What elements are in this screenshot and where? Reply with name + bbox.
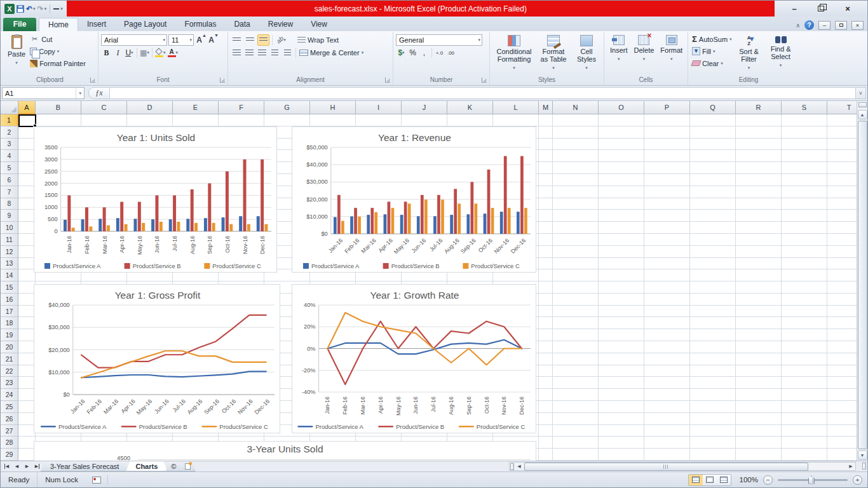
save-button[interactable] <box>17 5 24 13</box>
align-bottom-button[interactable] <box>257 34 269 46</box>
redo-button[interactable]: ↷▾ <box>37 4 47 13</box>
dialog-launcher[interactable] <box>385 78 390 83</box>
undo-button[interactable]: ↶▾ <box>26 4 36 13</box>
column-header-M[interactable]: M <box>539 101 553 114</box>
horizontal-scroll-track[interactable] <box>524 463 846 471</box>
tab-review[interactable]: Review <box>259 18 302 31</box>
chart-year-1-growth-rate[interactable]: Year 1: Growth Rate-40%-20%0%20%40%Jan-1… <box>292 284 536 433</box>
formula-bar-expand-button[interactable]: ∨ <box>856 87 866 99</box>
decrease-indent-button[interactable] <box>269 47 281 58</box>
row-header-1[interactable]: 1 <box>1 114 18 126</box>
format-painter-button[interactable]: Format Painter <box>29 57 87 69</box>
column-header-K[interactable]: K <box>447 101 493 114</box>
number-format-select[interactable]: General▾ <box>396 34 482 46</box>
column-header-P[interactable]: P <box>644 101 690 114</box>
column-header-G[interactable]: G <box>264 101 310 114</box>
align-middle-button[interactable] <box>244 34 256 46</box>
tab-home[interactable]: Home <box>39 18 78 31</box>
accounting-format-button[interactable]: $▾ <box>396 48 407 58</box>
fill-button[interactable]: ▼Fill▾ <box>691 45 733 57</box>
macro-record-icon[interactable] <box>92 477 101 484</box>
increase-decimal-button[interactable]: +.0 <box>434 48 445 58</box>
decrease-decimal-button[interactable]: .00 <box>445 48 456 58</box>
orientation-button[interactable]: ab▾ <box>275 34 287 46</box>
zoom-out-button[interactable]: − <box>763 475 773 485</box>
scroll-down-button[interactable]: ▼ <box>858 451 867 460</box>
row-header-21[interactable]: 21 <box>1 353 18 365</box>
row-header-2[interactable]: 2 <box>1 126 18 139</box>
column-header-D[interactable]: D <box>127 101 173 114</box>
sheet-tab-charts[interactable]: Charts <box>126 461 167 471</box>
dialog-launcher[interactable] <box>220 78 225 83</box>
minimize-button[interactable]: – <box>783 4 805 13</box>
sheet-tab-[interactable]: © <box>165 461 182 471</box>
dialog-launcher[interactable] <box>90 78 95 83</box>
row-header-24[interactable]: 24 <box>1 389 18 401</box>
row-header-22[interactable]: 22 <box>1 365 18 377</box>
clear-button[interactable]: Clear▾ <box>691 57 733 69</box>
row-header-14[interactable]: 14 <box>1 269 18 281</box>
cut-button[interactable]: ✂Cut <box>29 33 87 45</box>
row-header-20[interactable]: 20 <box>1 341 18 353</box>
column-header-S[interactable]: S <box>782 101 827 114</box>
next-sheet-button[interactable]: ▶ <box>22 463 32 471</box>
percent-style-button[interactable]: % <box>407 48 418 58</box>
selected-cell-A1[interactable] <box>18 114 36 127</box>
tab-view[interactable]: View <box>302 18 336 31</box>
column-header-C[interactable]: C <box>81 101 127 114</box>
zoom-level[interactable]: 100% <box>736 476 758 484</box>
column-header-F[interactable]: F <box>219 101 264 114</box>
font-family-select[interactable]: Arial▾ <box>101 34 167 46</box>
column-header-L[interactable]: L <box>493 101 539 114</box>
column-header-H[interactable]: H <box>310 101 356 114</box>
row-header-29[interactable]: 29 <box>1 449 18 461</box>
tab-file[interactable]: File <box>3 18 36 31</box>
scroll-up-button[interactable]: ▲ <box>858 110 867 119</box>
row-header-16[interactable]: 16 <box>1 294 18 306</box>
close-button[interactable]: × <box>837 4 858 13</box>
scroll-left-button[interactable]: ◀ <box>515 463 524 471</box>
row-header-19[interactable]: 19 <box>1 329 18 341</box>
workbook-restore-button[interactable] <box>835 21 847 30</box>
scroll-right-button[interactable]: ▶ <box>846 463 855 471</box>
page-layout-view-button[interactable] <box>703 475 717 485</box>
chart-year-1-units-sold[interactable]: Year 1: Units Sold0500100015002000250030… <box>34 126 277 273</box>
underline-button[interactable]: U▾ <box>124 48 135 58</box>
row-header-9[interactable]: 9 <box>1 210 18 222</box>
row-header-17[interactable]: 17 <box>1 306 18 318</box>
shrink-font-button[interactable]: A▼ <box>207 34 218 45</box>
tab-page-layout[interactable]: Page Layout <box>115 18 175 31</box>
increase-indent-button[interactable] <box>281 47 294 58</box>
bold-button[interactable]: B <box>101 48 112 58</box>
worksheet-grid[interactable]: ▲ ▼ ABCDEFGHIJKLMNOPQRST1234567891011121… <box>1 101 867 461</box>
format-cells-button[interactable]: Format▾ <box>657 33 686 65</box>
row-header-13[interactable]: 13 <box>1 258 18 270</box>
row-header-12[interactable]: 12 <box>1 246 18 258</box>
name-box-dropdown[interactable]: ▾ <box>76 88 81 98</box>
name-box[interactable]: A1▾ <box>2 87 85 99</box>
row-header-23[interactable]: 23 <box>1 377 18 389</box>
restore-button[interactable] <box>810 4 832 13</box>
fill-color-button[interactable]: ▾ <box>154 48 166 58</box>
chart-year-1-gross-profit[interactable]: Year 1: Gross Profit$0$10,000$20,000$30,… <box>34 284 280 433</box>
align-top-button[interactable] <box>231 34 243 46</box>
insert-function-button[interactable]: ƒx <box>88 87 110 99</box>
zoom-in-button[interactable]: + <box>853 475 862 485</box>
select-all-button[interactable] <box>1 101 18 114</box>
vertical-scrollbar[interactable]: ▲ ▼ <box>857 101 867 461</box>
help-button[interactable]: ? <box>804 20 814 30</box>
last-sheet-button[interactable]: ▶ <box>32 463 42 471</box>
column-header-O[interactable]: O <box>599 101 644 114</box>
chart-3-year-units-sold[interactable]: 3-Year Units Sold4500 <box>34 441 536 461</box>
workbook-close-button[interactable]: × <box>851 21 864 30</box>
row-header-8[interactable]: 8 <box>1 198 18 210</box>
row-header-25[interactable]: 25 <box>1 401 18 413</box>
row-header-28[interactable]: 28 <box>1 437 18 449</box>
italic-button[interactable]: I <box>112 48 123 58</box>
comma-style-button[interactable]: , <box>419 48 430 58</box>
row-header-26[interactable]: 26 <box>1 413 18 425</box>
first-sheet-button[interactable]: ◀ <box>2 463 11 471</box>
chart-year-1-revenue[interactable]: Year 1: Revenue$0$10,000$20,000$30,000$4… <box>292 126 536 273</box>
column-header-I[interactable]: I <box>356 101 402 114</box>
row-header-11[interactable]: 11 <box>1 234 18 246</box>
